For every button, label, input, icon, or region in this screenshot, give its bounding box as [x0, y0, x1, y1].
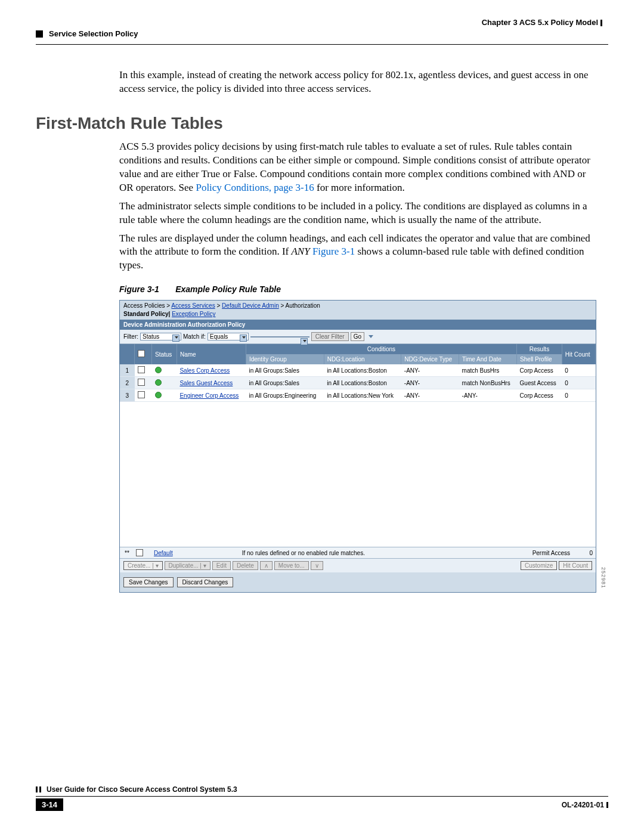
delete-button[interactable]: Delete — [233, 561, 258, 570]
tab-standard-policy[interactable]: Standard Policy — [123, 311, 169, 317]
table-row[interactable]: 2 Sales Guest Access in All Groups:Sales… — [120, 377, 596, 389]
para-1: ACS 5.3 provides policy decisions by usi… — [119, 140, 596, 195]
row-checkbox[interactable] — [138, 379, 145, 386]
move-to-button[interactable]: Move to... — [274, 561, 309, 570]
discard-changes-button[interactable]: Discard Changes — [177, 577, 234, 587]
th-hitcount: Hit Count — [562, 344, 595, 364]
footer-guide-title: User Guide for Cisco Secure Access Contr… — [47, 785, 237, 794]
header-square-icon — [36, 30, 43, 38]
customize-button[interactable]: Customize — [521, 561, 557, 570]
th-status: Status — [152, 344, 177, 364]
para-2: The administrator selects simple conditi… — [119, 200, 596, 227]
filter-select[interactable]: Status — [140, 333, 181, 340]
move-down-button[interactable]: ∨ — [311, 561, 323, 570]
go-button[interactable]: Go — [351, 332, 364, 341]
row-checkbox[interactable] — [138, 391, 145, 398]
default-checkbox[interactable] — [136, 549, 143, 556]
page-number: 3-14 — [36, 798, 63, 811]
save-changes-button[interactable]: Save Changes — [123, 577, 174, 587]
match-value-select[interactable] — [250, 336, 309, 337]
header-section: Service Selection Policy — [49, 29, 138, 38]
th-time-and-date: Time And Date — [459, 354, 517, 364]
th-results: Results — [517, 344, 562, 354]
filter-label: Filter: — [123, 333, 138, 340]
default-result: Permit Access — [532, 550, 570, 556]
duplicate-button[interactable]: Duplicate... | ▾ — [165, 561, 210, 570]
rule-name-link[interactable]: Sales Guest Access — [179, 380, 233, 386]
th-name: Name — [177, 344, 246, 364]
crumb-default-device-admin[interactable]: Default Device Admin — [222, 302, 279, 309]
th-shell-profile: Shell Profile — [517, 354, 562, 364]
match-select[interactable]: Equals — [208, 333, 249, 340]
header-rule — [36, 44, 608, 45]
para-3: The rules are displayed under the column… — [119, 232, 596, 273]
page-footer: User Guide for Cisco Secure Access Contr… — [36, 782, 608, 811]
breadcrumb: Access Policies > Access Services > Defa… — [120, 301, 596, 311]
document-id: OL-24201-01 — [562, 801, 608, 809]
select-all-checkbox[interactable] — [138, 350, 145, 357]
default-hit: 0 — [575, 550, 593, 556]
edit-button[interactable]: Edit — [212, 561, 231, 570]
th-identity-group: Identity Group — [246, 354, 324, 364]
crumb-access-services[interactable]: Access Services — [171, 302, 215, 309]
th-conditions: Conditions — [246, 344, 516, 354]
action-toolbar: Create... | ▾ Duplicate... | ▾ Edit Dele… — [120, 558, 596, 572]
intro-paragraph: In this example, instead of creating the… — [119, 69, 596, 96]
rules-table: Status Name Conditions Results Hit Count… — [120, 344, 596, 402]
th-ndg-device-type: NDG:Device Type — [401, 354, 459, 364]
status-enabled-icon — [155, 392, 162, 398]
create-button[interactable]: Create... | ▾ — [123, 561, 163, 570]
hitcount-button[interactable]: Hit Count — [559, 561, 592, 570]
link-figure-3-1[interactable]: Figure 3-1 — [310, 246, 355, 257]
default-rule-row: ** Default If no rules defined or no ena… — [120, 547, 596, 558]
status-enabled-icon — [155, 379, 162, 386]
figure-title: Example Policy Rule Table — [175, 284, 281, 294]
rule-name-link[interactable]: Engineer Corp Access — [179, 392, 239, 399]
header-chapter: Chapter 3 ACS 5.x Policy Model — [36, 18, 608, 27]
policy-screenshot: Access Policies > Access Services > Defa… — [119, 300, 596, 593]
table-row[interactable]: 1 Sales Corp Access in All Groups:Sales … — [120, 364, 596, 377]
policy-title-strip: Device Administration Authorization Poli… — [120, 320, 596, 330]
move-up-button[interactable]: ∧ — [260, 561, 273, 570]
match-label: Match if: — [183, 333, 206, 340]
table-row[interactable]: 3 Engineer Corp Access in All Groups:Eng… — [120, 389, 596, 402]
default-link[interactable]: Default — [154, 550, 173, 556]
status-enabled-icon — [155, 367, 162, 373]
tab-exception-policy[interactable]: Exception Policy — [172, 311, 215, 317]
section-heading: First-Match Rule Tables — [36, 114, 608, 133]
dropdown-icon[interactable] — [369, 335, 373, 338]
th-ndg-location: NDG:Location — [324, 354, 401, 364]
rule-name-link[interactable]: Sales Corp Access — [179, 367, 230, 374]
figure-number: Figure 3-1 — [119, 284, 159, 294]
link-policy-conditions[interactable]: Policy Conditions, page 3-16 — [196, 182, 314, 193]
default-message: If no rules defined or no enabled rule m… — [242, 550, 365, 556]
filter-bar: Filter: Status Match if: Equals Clear Fi… — [120, 330, 596, 344]
row-checkbox[interactable] — [138, 366, 145, 373]
clear-filter-button[interactable]: Clear Filter — [311, 332, 349, 341]
figure-side-number: 252981 — [600, 567, 606, 589]
